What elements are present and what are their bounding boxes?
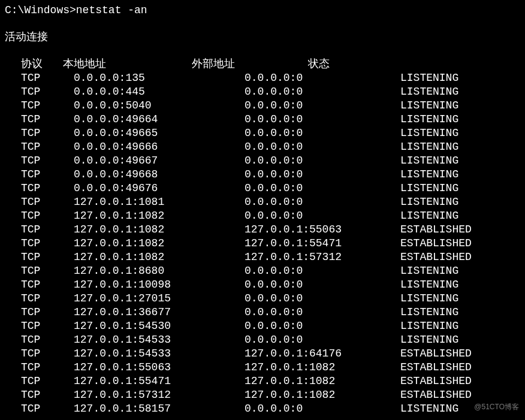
header-proto: 协议 bbox=[21, 58, 63, 71]
cell-state: ESTABLISHED bbox=[400, 374, 472, 388]
table-row: TCP127.0.0.1:86800.0.0.0:0LISTENING bbox=[5, 264, 525, 278]
cell-foreign-address: 127.0.0.1:1082 bbox=[245, 388, 400, 402]
cell-state: ESTABLISHED bbox=[400, 347, 472, 361]
cell-foreign-address: 0.0.0.0:0 bbox=[245, 209, 400, 223]
cell-state: LISTENING bbox=[400, 333, 458, 347]
cell-state: LISTENING bbox=[400, 168, 458, 182]
cell-local-address: 0.0.0.0:135 bbox=[74, 71, 245, 85]
cell-proto: TCP bbox=[21, 278, 74, 292]
cell-proto: TCP bbox=[21, 388, 74, 402]
table-row: TCP0.0.0.0:496670.0.0.0:0LISTENING bbox=[5, 154, 525, 168]
cell-foreign-address: 0.0.0.0:0 bbox=[245, 126, 400, 140]
cell-proto: TCP bbox=[21, 347, 74, 361]
cell-foreign-address: 0.0.0.0:0 bbox=[245, 319, 400, 333]
table-row: TCP0.0.0.0:496640.0.0.0:0LISTENING bbox=[5, 113, 525, 126]
cell-state: LISTENING bbox=[400, 140, 458, 154]
cell-state: LISTENING bbox=[400, 154, 458, 168]
cell-proto: TCP bbox=[21, 182, 74, 195]
table-row: TCP127.0.0.1:545300.0.0.0:0LISTENING bbox=[5, 319, 525, 333]
table-row: TCP0.0.0.0:1350.0.0.0:0LISTENING bbox=[5, 71, 525, 85]
header-local: 本地地址 bbox=[63, 58, 192, 71]
cell-proto: TCP bbox=[21, 374, 74, 388]
cell-proto: TCP bbox=[21, 237, 74, 250]
cell-proto: TCP bbox=[21, 209, 74, 223]
cell-local-address: 0.0.0.0:49676 bbox=[74, 182, 245, 195]
table-row: TCP127.0.0.1:1082127.0.0.1:55471ESTABLIS… bbox=[5, 237, 525, 250]
cell-foreign-address: 0.0.0.0:0 bbox=[245, 99, 400, 113]
table-row: TCP127.0.0.1:545330.0.0.0:0LISTENING bbox=[5, 333, 525, 347]
cell-state: ESTABLISHED bbox=[400, 237, 472, 250]
cell-local-address: 127.0.0.1:1081 bbox=[74, 195, 245, 209]
command-prompt-line: C:\Windows>netstat -an bbox=[5, 4, 525, 17]
cell-local-address: 127.0.0.1:54533 bbox=[74, 333, 245, 347]
table-header-row: 协议本地地址外部地址状态 bbox=[5, 58, 525, 71]
cell-proto: TCP bbox=[21, 126, 74, 140]
cell-foreign-address: 0.0.0.0:0 bbox=[245, 264, 400, 278]
cell-proto: TCP bbox=[21, 140, 74, 154]
table-row: TCP0.0.0.0:496680.0.0.0:0LISTENING bbox=[5, 168, 525, 182]
cell-proto: TCP bbox=[21, 99, 74, 113]
cell-proto: TCP bbox=[21, 195, 74, 209]
table-row: TCP127.0.0.1:1082127.0.0.1:55063ESTABLIS… bbox=[5, 223, 525, 237]
cell-state: LISTENING bbox=[400, 264, 458, 278]
cell-foreign-address: 0.0.0.0:0 bbox=[245, 333, 400, 347]
cell-local-address: 127.0.0.1:1082 bbox=[74, 237, 245, 250]
cell-local-address: 127.0.0.1:36677 bbox=[74, 306, 245, 319]
cell-state: ESTABLISHED bbox=[400, 361, 472, 374]
cell-proto: TCP bbox=[21, 71, 74, 85]
cell-foreign-address: 0.0.0.0:0 bbox=[245, 85, 400, 99]
cell-local-address: 127.0.0.1:55063 bbox=[74, 361, 245, 374]
table-row: TCP127.0.0.1:57312127.0.0.1:1082ESTABLIS… bbox=[5, 388, 525, 402]
table-row: TCP0.0.0.0:496760.0.0.0:0LISTENING bbox=[5, 182, 525, 195]
cell-state: LISTENING bbox=[400, 306, 458, 319]
cell-state: LISTENING bbox=[400, 85, 458, 99]
cell-proto: TCP bbox=[21, 306, 74, 319]
cell-state: LISTENING bbox=[400, 278, 458, 292]
table-row: TCP127.0.0.1:366770.0.0.0:0LISTENING bbox=[5, 306, 525, 319]
cell-foreign-address: 127.0.0.1:55063 bbox=[245, 223, 400, 237]
cell-state: LISTENING bbox=[400, 195, 458, 209]
cell-local-address: 127.0.0.1:54533 bbox=[74, 347, 245, 361]
cell-proto: TCP bbox=[21, 402, 74, 416]
cell-local-address: 127.0.0.1:27015 bbox=[74, 292, 245, 306]
cell-state: LISTENING bbox=[400, 402, 458, 416]
cell-proto: TCP bbox=[21, 113, 74, 126]
cell-local-address: 0.0.0.0:5040 bbox=[74, 99, 245, 113]
cell-state: ESTABLISHED bbox=[400, 388, 472, 402]
table-row: TCP127.0.0.1:10810.0.0.0:0LISTENING bbox=[5, 195, 525, 209]
table-row: TCP127.0.0.1:100980.0.0.0:0LISTENING bbox=[5, 278, 525, 292]
cell-local-address: 0.0.0.0:445 bbox=[74, 85, 245, 99]
table-row: TCP127.0.0.1:55063127.0.0.1:1082ESTABLIS… bbox=[5, 361, 525, 374]
watermark: @51CTO博客 bbox=[474, 400, 519, 414]
header-state: 状态 bbox=[308, 58, 330, 70]
cell-proto: TCP bbox=[21, 168, 74, 182]
cell-state: LISTENING bbox=[400, 71, 458, 85]
cell-foreign-address: 127.0.0.1:1082 bbox=[245, 374, 400, 388]
cell-local-address: 127.0.0.1:57312 bbox=[74, 388, 245, 402]
cell-proto: TCP bbox=[21, 154, 74, 168]
header-foreign: 外部地址 bbox=[192, 58, 308, 71]
cell-foreign-address: 0.0.0.0:0 bbox=[245, 292, 400, 306]
cell-foreign-address: 127.0.0.1:57312 bbox=[245, 250, 400, 264]
cell-state: LISTENING bbox=[400, 99, 458, 113]
table-row: TCP0.0.0.0:50400.0.0.0:0LISTENING bbox=[5, 99, 525, 113]
cell-state: ESTABLISHED bbox=[400, 223, 472, 237]
cell-local-address: 0.0.0.0:49664 bbox=[74, 113, 245, 126]
cell-local-address: 0.0.0.0:49668 bbox=[74, 168, 245, 182]
cell-proto: TCP bbox=[21, 292, 74, 306]
table-row: TCP127.0.0.1:581570.0.0.0:0LISTENING bbox=[5, 402, 525, 416]
cell-foreign-address: 0.0.0.0:0 bbox=[245, 71, 400, 85]
cell-foreign-address: 0.0.0.0:0 bbox=[245, 140, 400, 154]
cell-state: LISTENING bbox=[400, 319, 458, 333]
section-title: 活动连接 bbox=[5, 31, 525, 44]
cell-local-address: 127.0.0.1:54530 bbox=[74, 319, 245, 333]
cell-proto: TCP bbox=[21, 319, 74, 333]
connections-list: TCP0.0.0.0:1350.0.0.0:0LISTENINGTCP0.0.0… bbox=[5, 71, 525, 416]
cell-proto: TCP bbox=[21, 333, 74, 347]
table-row: TCP0.0.0.0:4450.0.0.0:0LISTENING bbox=[5, 85, 525, 99]
cell-state: LISTENING bbox=[400, 126, 458, 140]
table-row: TCP0.0.0.0:496660.0.0.0:0LISTENING bbox=[5, 140, 525, 154]
table-row: TCP127.0.0.1:10820.0.0.0:0LISTENING bbox=[5, 209, 525, 223]
cell-foreign-address: 0.0.0.0:0 bbox=[245, 402, 400, 416]
cell-local-address: 127.0.0.1:58157 bbox=[74, 402, 245, 416]
